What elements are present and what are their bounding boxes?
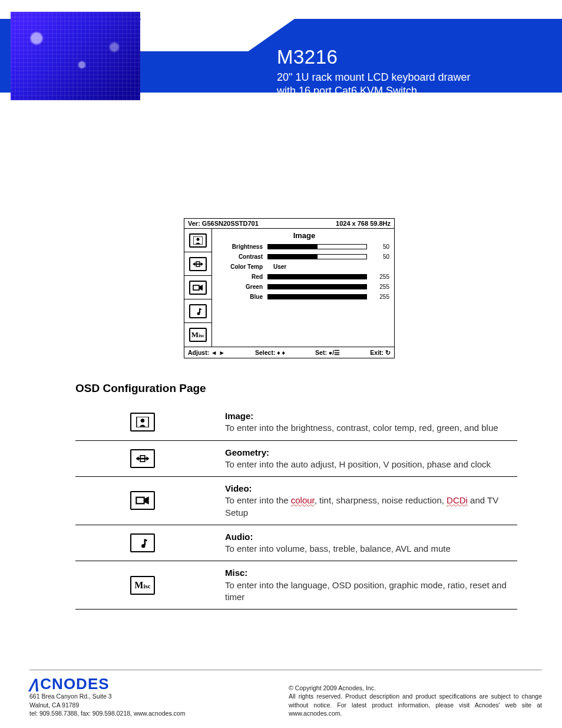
misc-icon[interactable]: Misc: [189, 328, 207, 342]
footer-addr2: Walnut, CA 91789: [29, 701, 79, 709]
cfg-desc: To enter into volume, bass, treble, bala…: [225, 543, 451, 554]
copyright-line: © Copyright 2009 Acnodes, Inc.: [289, 684, 376, 691]
osd-version: Ver: G56SN20SSTD701: [188, 220, 259, 227]
cfg-word-dcdi: DCDi: [447, 495, 468, 505]
osd-hint-adjust: Adjust: ◄ ►: [188, 349, 225, 356]
green-value: 255: [372, 284, 389, 290]
cfg-row-audio: Audio: To enter into volume, bass, trebl…: [75, 525, 517, 562]
brand-text: CNODES: [40, 675, 109, 693]
green-label: Green: [219, 284, 263, 290]
product-description: 20" 1U rack mount LCD keyboard drawer wi…: [277, 71, 471, 97]
product-description-line1: 20" 1U rack mount LCD keyboard drawer: [277, 71, 471, 83]
brightness-value: 50: [372, 243, 389, 250]
red-slider[interactable]: [267, 274, 367, 279]
svg-rect-6: [193, 285, 199, 290]
page-header: M3216 20" 1U rack mount LCD keyboard dra…: [0, 0, 562, 100]
osd-top-bar: Ver: G56SN20SSTD701 1024 x 768 59.8Hz: [184, 219, 394, 229]
svg-marker-12: [135, 456, 138, 461]
product-description-line2: with 16 port Cat6 KVM Switch: [277, 85, 417, 97]
osd-hint-exit: Exit: ↻: [370, 349, 391, 356]
blue-value: 255: [372, 294, 389, 300]
osd-side-icons: Misc: [184, 229, 212, 347]
cfg-desc: To enter into the auto adjust, H positio…: [225, 459, 491, 469]
cfg-title: Misc:: [225, 568, 247, 578]
section-heading: OSD Configuration Page: [75, 382, 206, 395]
cfg-desc: To enter into the language, OSD position…: [225, 580, 507, 602]
cfg-row-image: Image: To enter into the brightness, con…: [75, 404, 517, 441]
footer-copyright: © Copyright 2009 Acnodes, Inc. All right…: [289, 684, 542, 717]
contrast-label: Contrast: [219, 253, 263, 260]
image-icon[interactable]: [189, 233, 207, 248]
svg-marker-4: [201, 262, 203, 266]
geometry-icon: [130, 449, 155, 468]
cfg-desc-mid: , tint, sharpness, noise reduction,: [315, 495, 447, 505]
copyright-text: All rights reserved. Product description…: [289, 693, 542, 716]
svg-point-17: [141, 544, 145, 548]
colortemp-label: Color Temp: [219, 263, 263, 270]
brand-logo: ΛCNODES: [29, 675, 185, 693]
footer-rule: [29, 670, 542, 670]
svg-point-10: [141, 419, 144, 422]
misc-icon: Misc: [130, 576, 155, 595]
cfg-title: Geometry:: [225, 447, 269, 457]
footer-left: ΛCNODES 661 Brea Canyon Rd., Suite 3 Wal…: [29, 675, 185, 717]
osd-panel: Ver: G56SN20SSTD701 1024 x 768 59.8Hz Mi…: [184, 218, 395, 358]
svg-rect-15: [136, 498, 144, 504]
audio-icon: [130, 533, 155, 552]
osd-row-contrast: Contrast 50: [219, 253, 389, 260]
cfg-row-geometry: Geometry: To enter into the auto adjust,…: [75, 441, 517, 477]
brightness-slider[interactable]: [267, 244, 367, 249]
svg-point-1: [197, 238, 200, 241]
osd-settings: Image Brightness 50 Contrast 50 Color Te…: [212, 229, 394, 347]
footer-addr3: tel: 909.598.7388, fax: 909.598.0218, ww…: [29, 710, 185, 717]
contrast-value: 50: [372, 253, 389, 260]
blue-slider[interactable]: [267, 294, 367, 299]
cfg-desc: To enter into the brightness, contrast, …: [225, 423, 498, 433]
cfg-row-misc: Misc Misc: To enter into the language, O…: [75, 561, 517, 610]
contrast-slider[interactable]: [267, 254, 367, 259]
osd-config-table: Image: To enter into the brightness, con…: [75, 404, 517, 610]
svg-marker-16: [144, 497, 149, 505]
osd-row-green: Green 255: [219, 284, 389, 290]
cfg-word-colour: colour: [291, 495, 315, 505]
blue-label: Blue: [219, 294, 263, 300]
image-icon: [130, 413, 155, 431]
cfg-title: Audio:: [225, 532, 253, 542]
osd-resolution: 1024 x 768 59.8Hz: [336, 220, 391, 227]
svg-marker-7: [199, 285, 203, 291]
cfg-row-video: Video: To enter into the colour, tint, s…: [75, 477, 517, 525]
svg-marker-13: [146, 456, 149, 461]
cfg-title: Video:: [225, 483, 252, 493]
product-model: M3216: [277, 46, 338, 68]
video-icon: [130, 491, 155, 510]
osd-panel-title: Image: [219, 231, 389, 240]
audio-icon[interactable]: [189, 304, 207, 318]
colortemp-value[interactable]: User: [267, 263, 286, 270]
svg-marker-3: [193, 262, 195, 266]
osd-hint-set: Set: ●/☰: [315, 349, 340, 356]
svg-point-8: [197, 312, 200, 315]
page-footer: ΛCNODES 661 Brea Canyon Rd., Suite 3 Wal…: [29, 670, 542, 717]
footer-addr1: 661 Brea Canyon Rd., Suite 3: [29, 693, 112, 700]
red-label: Red: [219, 274, 263, 280]
green-slider[interactable]: [267, 284, 367, 289]
brightness-label: Brightness: [219, 243, 263, 250]
osd-row-blue: Blue 255: [219, 294, 389, 300]
osd-row-red: Red 255: [219, 274, 389, 280]
osd-row-colortemp: Color Temp User: [219, 263, 389, 270]
header-texture-image: [11, 12, 140, 100]
red-value: 255: [372, 274, 389, 280]
osd-footer-hints: Adjust: ◄ ► Select: ♦ ♦ Set: ●/☰ Exit: ↻: [184, 347, 394, 358]
video-icon[interactable]: [189, 281, 207, 295]
cfg-desc-pre: To enter into the: [225, 495, 291, 505]
osd-row-brightness: Brightness 50: [219, 243, 389, 250]
geometry-icon[interactable]: [189, 257, 207, 271]
osd-hint-select: Select: ♦ ♦: [255, 349, 285, 356]
cfg-title: Image:: [225, 411, 253, 421]
